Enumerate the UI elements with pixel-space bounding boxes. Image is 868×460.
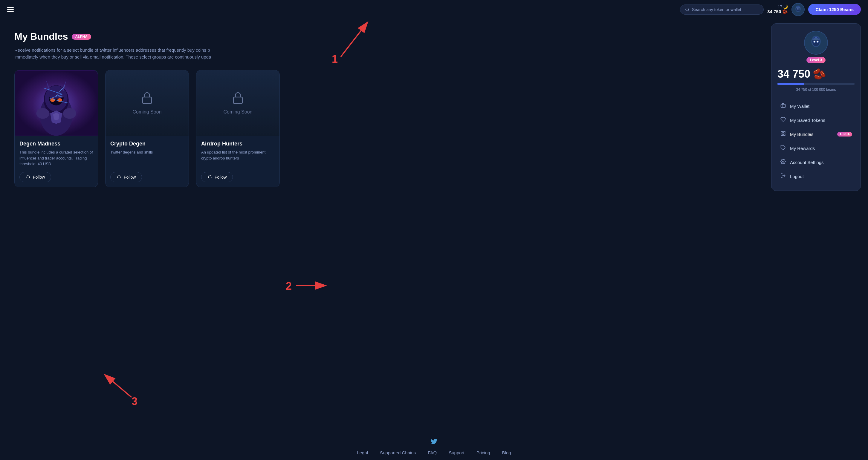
- dropdown-avatar-image: [806, 32, 827, 53]
- footer-link-faq[interactable]: FAQ: [428, 450, 437, 455]
- bundle-name-airdrop-hunters: Airdrop Hunters: [201, 141, 275, 147]
- svg-rect-23: [812, 39, 820, 41]
- gear-icon: [780, 159, 786, 166]
- bundle-card-degen-madness: Degen Madness This bundle includes a cur…: [14, 70, 98, 187]
- bell-icon-crypto-degen: [117, 175, 121, 179]
- follow-button-degen-madness[interactable]: Follow: [20, 172, 51, 182]
- dropdown-menu-item-settings[interactable]: Account Settings: [777, 155, 855, 169]
- grid-icon: [780, 131, 786, 138]
- bundle-card-body-crypto-degen: Crypto Degen Twitter degens and shills F…: [105, 136, 189, 187]
- bell-icon-airdrop-hunters: [208, 175, 212, 179]
- lock-icon-airdrop-hunters: [232, 91, 244, 106]
- svg-text:3: 3: [131, 395, 137, 407]
- claim-beans-button[interactable]: Claim 1250 Beans: [808, 4, 861, 15]
- dropdown-menu-item-rewards[interactable]: My Rewards: [777, 141, 855, 155]
- svg-point-0: [686, 8, 689, 11]
- dropdown-divider: [777, 98, 855, 98]
- alpha-badge: ALPHA: [72, 34, 91, 40]
- svg-rect-28: [781, 104, 785, 107]
- page-description: Receive notifications for a select bundl…: [14, 47, 224, 60]
- progress-bar-fill: [777, 83, 804, 85]
- page-title-row: My Bundles ALPHA: [14, 31, 314, 42]
- warrior-illustration: [14, 70, 98, 136]
- logout-icon: [780, 173, 786, 180]
- dropdown-avatar: [804, 31, 828, 55]
- dropdown-bean-amount: 34 750: [777, 68, 810, 80]
- wallet-icon: [780, 103, 786, 110]
- dropdown-bean-emoji: 🫘: [813, 68, 826, 80]
- coming-soon-label-crypto-degen: Coming Soon: [133, 109, 162, 115]
- footer-link-supported-chains[interactable]: Supported Chains: [380, 450, 416, 455]
- rewards-label: My Rewards: [790, 146, 852, 151]
- follow-label-degen-madness: Follow: [33, 175, 45, 179]
- bundle-card-image-degen-madness: [14, 70, 98, 136]
- bundle-name-crypto-degen: Crypto Degen: [110, 141, 184, 147]
- dropdown-menu-item-saved-tokens[interactable]: My Saved Tokens: [777, 113, 855, 127]
- svg-line-37: [341, 22, 368, 57]
- follow-button-crypto-degen[interactable]: Follow: [110, 172, 142, 182]
- dropdown-menu-item-bundles[interactable]: My Bundles ALPHA: [777, 127, 855, 141]
- dropdown-menu-item-wallet[interactable]: My Wallet: [777, 99, 855, 113]
- header-right: 17 🌙 34 750 🫘 Claim: [680, 3, 861, 16]
- search-input[interactable]: [692, 7, 758, 12]
- svg-rect-32: [784, 134, 785, 136]
- svg-point-16: [36, 108, 49, 119]
- svg-rect-30: [784, 131, 785, 133]
- bundle-card-crypto-degen: Coming Soon Crypto Degen Twitter degens …: [105, 70, 189, 187]
- footer-link-legal[interactable]: Legal: [357, 450, 368, 455]
- footer-link-blog[interactable]: Blog: [502, 450, 511, 455]
- footer-link-support[interactable]: Support: [448, 450, 464, 455]
- bundle-desc-airdrop-hunters: An updated list of the most prominent cr…: [201, 150, 275, 167]
- header: 17 🌙 34 750 🫘 Claim: [0, 0, 868, 19]
- svg-rect-4: [796, 7, 800, 8]
- footer-links: Legal Supported Chains FAQ Support Prici…: [357, 450, 511, 455]
- progress-bar-container: [777, 83, 855, 85]
- footer: Legal Supported Chains FAQ Support Prici…: [0, 433, 868, 460]
- heart-icon: [780, 117, 786, 124]
- svg-point-8: [799, 9, 799, 9]
- bundle-card-image-airdrop-hunters: Coming Soon: [196, 70, 279, 136]
- svg-point-34: [782, 161, 784, 163]
- follow-button-airdrop-hunters[interactable]: Follow: [201, 172, 233, 182]
- svg-text:1: 1: [332, 53, 338, 65]
- bundle-card-image-crypto-degen: Coming Soon: [105, 70, 189, 136]
- bean-amount-header: 34 750 🫘: [767, 9, 788, 14]
- svg-point-17: [63, 108, 76, 119]
- avatar-image: [792, 4, 804, 15]
- dropdown-menu-item-logout[interactable]: Logout: [777, 169, 855, 184]
- dropdown-avatar-section: Level 3: [777, 31, 855, 63]
- avatar-button[interactable]: [792, 3, 805, 16]
- footer-link-pricing[interactable]: Pricing: [476, 450, 490, 455]
- search-icon: [685, 7, 689, 12]
- bundle-name-degen-madness: Degen Madness: [20, 141, 93, 147]
- page-title: My Bundles: [14, 31, 68, 42]
- follow-label-crypto-degen: Follow: [124, 175, 136, 179]
- bundle-card-airdrop-hunters: Coming Soon Airdrop Hunters An updated l…: [196, 70, 280, 187]
- svg-rect-29: [781, 131, 782, 133]
- dropdown-panel: Level 3 34 750 🫘 34 750 of 100 000 beans…: [771, 23, 861, 191]
- notifications-count: 17 🌙: [778, 4, 788, 9]
- dropdown-beans-display: 34 750 🫘: [777, 68, 855, 80]
- lock-icon-crypto-degen: [141, 91, 153, 106]
- bundle-desc-crypto-degen: Twitter degens and shills: [110, 150, 184, 167]
- main-content: My Bundles ALPHA Receive notifications f…: [0, 19, 329, 199]
- svg-point-27: [817, 41, 818, 42]
- bundle-card-body-airdrop-hunters: Airdrop Hunters An updated list of the m…: [196, 136, 279, 187]
- bell-icon-degen-madness: [26, 175, 30, 179]
- bundle-cards-row: Degen Madness This bundle includes a cur…: [14, 70, 314, 187]
- svg-point-26: [814, 41, 815, 42]
- search-bar[interactable]: [680, 4, 764, 14]
- saved-tokens-label: My Saved Tokens: [790, 118, 852, 123]
- tag-icon: [780, 145, 786, 152]
- bundle-card-body-degen-madness: Degen Madness This bundle includes a cur…: [14, 136, 98, 187]
- logout-label: Logout: [790, 174, 852, 179]
- twitter-icon[interactable]: [430, 438, 438, 447]
- progress-label: 34 750 of 100 000 beans: [777, 88, 855, 92]
- follow-label-airdrop-hunters: Follow: [215, 175, 226, 179]
- svg-line-41: [104, 374, 131, 397]
- bundles-menu-label: My Bundles: [790, 132, 834, 137]
- coming-soon-label-airdrop-hunters: Coming Soon: [224, 109, 253, 115]
- hamburger-menu[interactable]: [7, 7, 14, 12]
- bundles-menu-alpha-badge: ALPHA: [837, 132, 852, 136]
- svg-point-7: [797, 9, 798, 9]
